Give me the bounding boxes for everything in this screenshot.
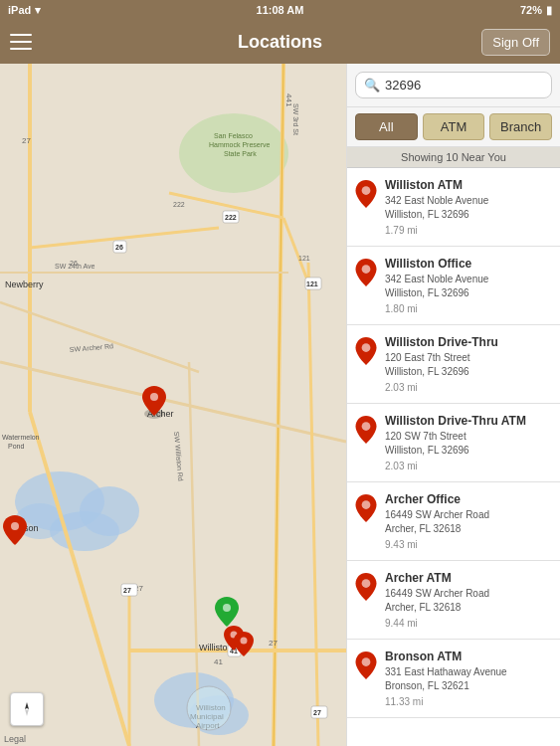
location-info: Williston Office 342 East Noble AvenueWi… xyxy=(385,257,552,314)
svg-text:SW 3rd St: SW 3rd St xyxy=(292,103,299,135)
map-svg: San Felasco Hammock Preserve State Park xyxy=(0,64,346,746)
svg-point-71 xyxy=(362,422,371,431)
menu-button[interactable] xyxy=(10,26,42,58)
svg-text:441: 441 xyxy=(284,93,293,107)
location-distance: 11.33 mi xyxy=(385,696,552,707)
status-left: iPad ▾ xyxy=(8,4,41,17)
svg-text:SW 24th Ave: SW 24th Ave xyxy=(55,263,94,270)
svg-point-73 xyxy=(362,579,371,588)
svg-point-72 xyxy=(362,500,371,509)
search-input[interactable] xyxy=(385,78,552,93)
time-display: 11:08 AM xyxy=(257,4,304,16)
svg-text:222: 222 xyxy=(225,214,237,221)
main-content: San Felasco Hammock Preserve State Park xyxy=(0,64,560,746)
svg-text:41: 41 xyxy=(214,657,223,666)
location-name: Bronson ATM xyxy=(385,650,552,663)
list-item[interactable]: Williston Drive-Thru ATM 120 SW 7th Stre… xyxy=(347,404,560,482)
pin-icon xyxy=(355,571,377,605)
filter-atm-button[interactable]: ATM xyxy=(423,113,485,140)
location-distance: 1.79 mi xyxy=(385,225,552,236)
list-item[interactable]: Archer ATM 16449 SW Archer RoadArcher, F… xyxy=(347,561,560,640)
svg-marker-66 xyxy=(25,702,29,709)
location-name: Williston Drive-Thru ATM xyxy=(385,414,552,428)
location-distance: 2.03 mi xyxy=(385,461,552,471)
svg-text:Williston: Williston xyxy=(199,643,233,653)
location-info: Archer ATM 16449 SW Archer RoadArcher, F… xyxy=(385,571,552,629)
list-item[interactable]: Bronson ATM 331 East Hathaway AvenueBron… xyxy=(347,640,560,718)
list-item[interactable]: Archer Office 16449 SW Archer RoadArcher… xyxy=(347,482,560,561)
search-bar: 🔍 xyxy=(347,64,560,107)
location-info: Williston ATM 342 East Noble AvenueWilli… xyxy=(385,178,552,236)
status-right: 72% ▮ xyxy=(520,4,552,17)
svg-text:26: 26 xyxy=(115,244,123,251)
compass-button[interactable] xyxy=(10,692,44,726)
svg-text:State Park: State Park xyxy=(224,150,257,157)
svg-text:121: 121 xyxy=(306,280,318,287)
page-title: Locations xyxy=(238,32,322,53)
location-info: Archer Office 16449 SW Archer RoadArcher… xyxy=(385,492,552,550)
svg-point-68 xyxy=(362,186,371,195)
location-info: Williston Drive-Thru 120 East 7th Street… xyxy=(385,335,552,393)
location-address: 342 East Noble AvenueWilliston, FL 32696 xyxy=(385,273,552,300)
svg-point-44 xyxy=(187,686,231,730)
map-area[interactable]: San Felasco Hammock Preserve State Park xyxy=(0,64,346,746)
sign-off-button[interactable]: Sign Off xyxy=(481,29,550,56)
svg-point-63 xyxy=(241,638,248,645)
legal-text: Legal xyxy=(4,734,26,744)
location-info: Williston Drive-Thru ATM 120 SW 7th Stre… xyxy=(385,414,552,471)
pin-icon xyxy=(355,178,377,212)
search-icon: 🔍 xyxy=(364,78,380,93)
location-distance: 1.80 mi xyxy=(385,303,552,314)
svg-text:121: 121 xyxy=(298,255,310,262)
svg-point-61 xyxy=(223,604,231,612)
right-panel: 🔍 All ATM Branch Showing 10 Near You Wil… xyxy=(346,64,560,746)
battery-label: 72% xyxy=(520,4,542,16)
filter-buttons: All ATM Branch xyxy=(347,107,560,147)
svg-text:Pond: Pond xyxy=(8,443,24,450)
filter-all-button[interactable]: All xyxy=(355,113,418,140)
location-name: Archer ATM xyxy=(385,571,552,585)
battery-icon: ▮ xyxy=(546,4,552,17)
status-bar: iPad ▾ 11:08 AM 72% ▮ xyxy=(0,0,560,20)
svg-marker-67 xyxy=(25,709,29,716)
location-distance: 9.44 mi xyxy=(385,618,552,629)
svg-text:Watermelon: Watermelon xyxy=(2,434,40,441)
location-list[interactable]: Williston ATM 342 East Noble AvenueWilli… xyxy=(347,168,560,746)
list-item[interactable]: Williston ATM 342 East Noble AvenueWilli… xyxy=(347,168,560,247)
svg-point-60 xyxy=(11,522,19,530)
location-address: 120 East 7th StreetWilliston, FL 32696 xyxy=(385,351,552,379)
svg-text:Newberry: Newberry xyxy=(5,280,44,289)
list-item[interactable]: Williston Office 342 East Noble AvenueWi… xyxy=(347,247,560,325)
location-address: 331 East Hathaway AvenueBronson, FL 3262… xyxy=(385,665,552,693)
wifi-icon: ▾ xyxy=(35,4,41,17)
location-address: 16449 SW Archer RoadArcher, FL 32618 xyxy=(385,587,552,615)
svg-point-3 xyxy=(80,486,139,536)
pin-icon xyxy=(355,414,377,448)
svg-text:222: 222 xyxy=(173,201,185,208)
location-distance: 2.03 mi xyxy=(385,382,552,393)
location-name: Archer Office xyxy=(385,492,552,506)
menu-line-1 xyxy=(10,34,32,36)
search-input-wrap[interactable]: 🔍 xyxy=(355,72,552,98)
location-name: Williston ATM xyxy=(385,178,552,192)
svg-text:27: 27 xyxy=(123,587,131,594)
ipad-label: iPad xyxy=(8,4,31,16)
location-address: 16449 SW Archer RoadArcher, FL 32618 xyxy=(385,508,552,536)
location-address: 342 East Noble AvenueWilliston, FL 32696 xyxy=(385,194,552,222)
pin-icon xyxy=(355,492,377,526)
svg-point-59 xyxy=(150,393,158,401)
location-distance: 9.43 mi xyxy=(385,539,552,550)
svg-point-69 xyxy=(362,265,371,274)
svg-point-74 xyxy=(362,657,371,666)
pin-icon xyxy=(355,650,377,683)
location-name: Williston Drive-Thru xyxy=(385,335,552,349)
menu-line-3 xyxy=(10,48,32,50)
svg-text:27: 27 xyxy=(22,136,31,145)
svg-text:San Felasco: San Felasco xyxy=(214,132,253,139)
showing-label: Showing 10 Near You xyxy=(347,147,560,168)
location-info: Bronson ATM 331 East Hathaway AvenueBron… xyxy=(385,650,552,707)
list-item[interactable]: Williston Drive-Thru 120 East 7th Street… xyxy=(347,325,560,404)
svg-text:Hammock Preserve: Hammock Preserve xyxy=(209,141,271,148)
svg-text:27: 27 xyxy=(313,709,321,716)
filter-branch-button[interactable]: Branch xyxy=(489,113,552,140)
